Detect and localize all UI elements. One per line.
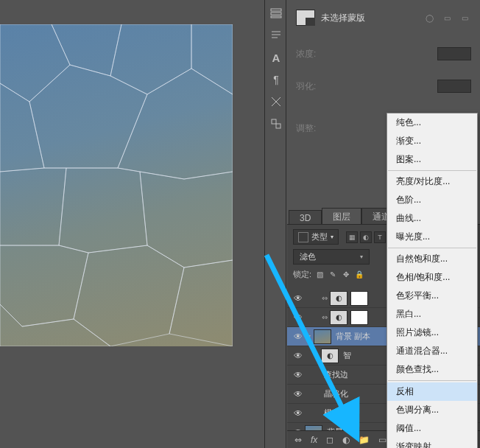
vector-mask-icon[interactable]: ▭ bbox=[440, 11, 453, 24]
panel-tabs: 3D 图层 通道 bbox=[289, 208, 401, 225]
layer-thumb[interactable] bbox=[314, 329, 331, 344]
menu-hue-saturation[interactable]: 色相/饱和度... bbox=[387, 268, 477, 287]
menu-separator bbox=[388, 170, 476, 171]
svg-marker-3 bbox=[191, 24, 233, 94]
layer-mask-thumb[interactable] bbox=[350, 310, 368, 325]
menu-threshold[interactable]: 阈值... bbox=[387, 419, 477, 438]
svg-marker-9 bbox=[140, 172, 233, 267]
blend-mode-select[interactable]: 滤色 ▾ bbox=[293, 249, 370, 265]
menu-vibrance[interactable]: 自然饱和度... bbox=[387, 250, 477, 268]
history-panel-icon[interactable] bbox=[265, 4, 287, 22]
new-layer-icon[interactable]: ▭ bbox=[378, 435, 387, 445]
character-panel-icon[interactable]: A bbox=[265, 49, 287, 66]
feather-label: 羽化: bbox=[296, 80, 328, 93]
group-toggle-icon[interactable]: ▾ bbox=[305, 333, 314, 340]
filter-type-icon[interactable]: T bbox=[374, 231, 386, 243]
layer-thumb[interactable]: ◐ bbox=[330, 291, 347, 306]
visibility-icon[interactable]: 👁 bbox=[292, 351, 305, 361]
lock-all-icon[interactable]: 🔒 bbox=[354, 270, 364, 280]
svg-rect-15 bbox=[271, 13, 281, 15]
density-value[interactable] bbox=[437, 47, 471, 60]
lock-label: 锁定: bbox=[293, 269, 311, 280]
svg-marker-12 bbox=[169, 260, 233, 346]
panel-dock-strip: A ¶ bbox=[264, 0, 286, 448]
menu-pattern[interactable]: 图案... bbox=[387, 150, 477, 169]
swatches-panel-icon[interactable] bbox=[265, 115, 287, 133]
mask-title: 未选择蒙版 bbox=[321, 12, 365, 24]
svg-rect-22 bbox=[272, 119, 276, 124]
layer-thumb[interactable]: ◐ bbox=[330, 310, 347, 325]
svg-marker-10 bbox=[0, 245, 88, 326]
svg-marker-6 bbox=[118, 69, 233, 179]
menu-brightness-contrast[interactable]: 亮度/对比度... bbox=[387, 172, 477, 191]
menu-gradient[interactable]: 渐变... bbox=[387, 132, 477, 150]
group-toggle-icon[interactable]: ▾ bbox=[312, 352, 321, 359]
feather-slider[interactable] bbox=[334, 85, 431, 87]
fx-icon[interactable]: fx bbox=[311, 435, 317, 445]
menu-color-balance[interactable]: 色彩平衡... bbox=[387, 287, 477, 305]
lock-transparency-icon[interactable]: ▨ bbox=[314, 270, 325, 280]
visibility-icon[interactable]: 👁 bbox=[292, 312, 305, 323]
visibility-icon[interactable]: 👁 bbox=[292, 389, 305, 399]
tab-layers[interactable]: 图层 bbox=[322, 208, 361, 225]
visibility-icon[interactable]: 👁 bbox=[292, 293, 305, 304]
pixel-mask-icon[interactable]: ◯ bbox=[423, 11, 436, 24]
menu-separator bbox=[388, 380, 476, 381]
menu-gradient-map[interactable]: 渐变映射... bbox=[387, 438, 477, 448]
adjustment-layer-icon[interactable]: ◐ bbox=[342, 435, 350, 445]
new-group-icon[interactable]: 📁 bbox=[359, 435, 370, 445]
menu-solid-color[interactable]: 纯色... bbox=[387, 113, 477, 132]
svg-marker-13 bbox=[0, 304, 110, 346]
tools-panel-icon[interactable] bbox=[265, 93, 287, 111]
menu-photo-filter[interactable]: 照片滤镜... bbox=[387, 323, 477, 342]
menu-black-white[interactable]: 黑白... bbox=[387, 305, 477, 323]
adjustment-context-menu: 纯色... 渐变... 图案... 亮度/对比度... 色阶... 曲线... … bbox=[387, 113, 478, 448]
density-slider[interactable] bbox=[334, 53, 431, 55]
svg-marker-7 bbox=[0, 168, 66, 245]
visibility-icon[interactable]: 👁 bbox=[292, 408, 305, 419]
layer-mask-thumb[interactable] bbox=[350, 291, 368, 306]
visibility-icon[interactable]: 👁 bbox=[292, 332, 305, 342]
svg-rect-23 bbox=[276, 124, 280, 128]
layer-thumb[interactable]: ◐ bbox=[321, 349, 339, 363]
svg-marker-5 bbox=[29, 65, 147, 168]
density-label: 浓度: bbox=[296, 48, 328, 60]
svg-marker-4 bbox=[0, 83, 44, 172]
filter-pixel-icon[interactable]: ▦ bbox=[346, 231, 358, 243]
svg-rect-14 bbox=[271, 9, 281, 11]
svg-marker-2 bbox=[110, 24, 191, 94]
visibility-icon[interactable]: 👁 bbox=[292, 370, 305, 380]
mask-thumbnail[interactable] bbox=[296, 10, 315, 26]
filter-adjust-icon[interactable]: ◐ bbox=[360, 231, 372, 243]
menu-exposure[interactable]: 曝光度... bbox=[387, 228, 477, 246]
menu-color-lookup[interactable]: 颜色查找... bbox=[387, 360, 477, 379]
menu-channel-mixer[interactable]: 通道混合器... bbox=[387, 342, 477, 360]
menu-separator bbox=[388, 248, 476, 248]
paragraph2-panel-icon[interactable]: ¶ bbox=[265, 71, 287, 88]
lock-image-icon[interactable]: ✎ bbox=[328, 270, 338, 280]
svg-rect-16 bbox=[271, 16, 281, 18]
svg-marker-1 bbox=[52, 24, 121, 76]
lock-position-icon[interactable]: ✥ bbox=[341, 270, 351, 280]
feather-value[interactable] bbox=[437, 80, 471, 93]
add-mask-icon[interactable]: ▭ bbox=[458, 11, 471, 24]
tab-3d[interactable]: 3D bbox=[289, 210, 322, 225]
menu-invert[interactable]: 反相 bbox=[387, 382, 477, 401]
menu-levels[interactable]: 色阶... bbox=[387, 191, 477, 209]
menu-curves[interactable]: 曲线... bbox=[387, 209, 477, 228]
svg-marker-8 bbox=[59, 168, 147, 253]
add-mask-icon[interactable]: ◻ bbox=[326, 435, 333, 445]
menu-posterize[interactable]: 色调分离... bbox=[387, 401, 477, 419]
link-layers-icon[interactable]: ⇔ bbox=[294, 435, 302, 445]
layer-filter-kind[interactable]: 类型 ▾ bbox=[293, 229, 339, 245]
document-canvas[interactable] bbox=[0, 24, 233, 346]
paragraph-panel-icon[interactable] bbox=[265, 27, 287, 44]
adjust-label: 调整: bbox=[296, 122, 328, 135]
